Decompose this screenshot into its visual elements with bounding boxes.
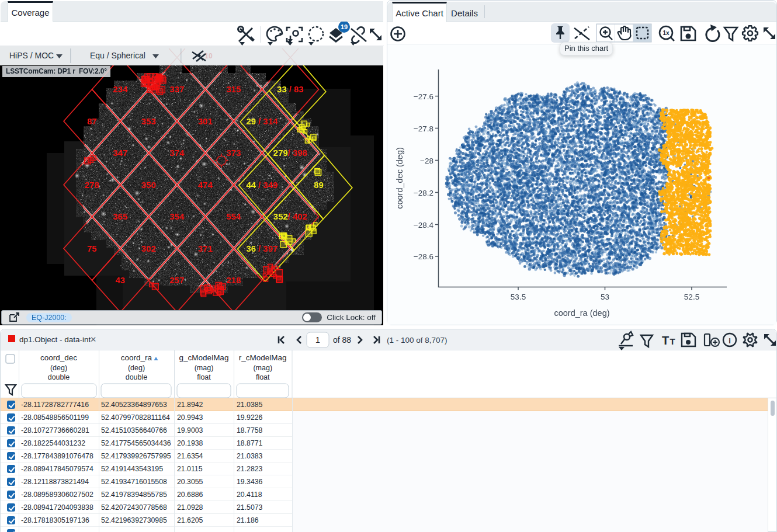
svg-text:43: 43 (116, 275, 126, 285)
svg-text:HiPS / MOC: HiPS / MOC (9, 51, 54, 60)
svg-text:302: 302 (141, 244, 156, 253)
svg-text:−28.2: −28.2 (414, 189, 433, 197)
svg-text:(mag): (mag) (253, 364, 272, 372)
svg-text:337: 337 (169, 84, 184, 94)
svg-text:(deg): (deg) (50, 364, 67, 372)
svg-text:(deg): (deg) (128, 364, 145, 372)
svg-text:r_cModelMag: r_cModelMag (239, 353, 287, 362)
svg-text:279/ 398: 279/ 398 (273, 148, 307, 158)
svg-text:44 / 349: 44 / 349 (246, 180, 278, 190)
svg-text:354: 354 (169, 211, 185, 221)
svg-text:−27.6: −27.6 (414, 92, 433, 101)
svg-text:i: i (729, 336, 731, 345)
svg-text:75: 75 (87, 244, 97, 253)
svg-text:365: 365 (113, 211, 127, 221)
svg-text:554: 554 (226, 211, 241, 221)
svg-text:374: 374 (169, 148, 185, 158)
svg-text:87: 87 (87, 116, 97, 126)
svg-text:353: 353 (141, 116, 156, 126)
svg-text:g_cModelMag: g_cModelMag (179, 353, 229, 362)
svg-text:53.5: 53.5 (511, 293, 526, 301)
svg-text:double: double (126, 373, 148, 381)
svg-text:218: 218 (226, 275, 241, 285)
svg-text:29 / 314: 29 / 314 (246, 116, 278, 126)
svg-text:33 / 83: 33 / 83 (277, 84, 304, 94)
svg-text:1: 1 (315, 335, 320, 345)
svg-text:Equ / Spherical: Equ / Spherical (90, 51, 145, 60)
svg-text:89: 89 (314, 180, 324, 190)
svg-text:371: 371 (198, 244, 213, 253)
svg-text:234: 234 (113, 84, 128, 94)
svg-text:(mag): (mag) (195, 364, 214, 372)
svg-text:float: float (256, 373, 270, 381)
svg-text:coord_ra: coord_ra (121, 353, 152, 362)
svg-text:T: T (670, 336, 675, 346)
svg-text:double: double (48, 373, 70, 381)
svg-text:−28.4: −28.4 (414, 221, 434, 230)
svg-text:347: 347 (113, 148, 127, 158)
svg-text:352/ 402: 352/ 402 (273, 211, 307, 221)
svg-text:315: 315 (226, 84, 241, 94)
svg-text:coord_ra (deg): coord_ra (deg) (554, 308, 609, 318)
svg-text:474: 474 (198, 180, 213, 190)
svg-text:350: 350 (141, 180, 156, 190)
svg-text:float: float (197, 373, 211, 381)
svg-text:52.5: 52.5 (684, 293, 699, 301)
svg-text:−28: −28 (420, 157, 433, 165)
svg-text:coord_dec (deg): coord_dec (deg) (395, 147, 404, 209)
svg-text:373: 373 (226, 148, 241, 158)
svg-text:1x: 1x (662, 30, 670, 36)
svg-text:10: 10 (204, 52, 213, 60)
svg-text:53: 53 (601, 293, 609, 301)
svg-text:36 / 397: 36 / 397 (246, 244, 278, 253)
svg-text:of 88: of 88 (333, 335, 351, 345)
svg-text:coord_dec: coord_dec (40, 353, 77, 362)
svg-text:(1 - 100 of 8,707): (1 - 100 of 8,707) (387, 336, 448, 345)
svg-text:−28.6: −28.6 (414, 252, 433, 261)
svg-text:19: 19 (341, 23, 348, 30)
svg-text:257: 257 (169, 275, 184, 285)
svg-text:−27.8: −27.8 (414, 124, 433, 133)
svg-text:278: 278 (85, 180, 99, 190)
svg-text:T: T (662, 334, 669, 347)
svg-text:301: 301 (198, 116, 213, 126)
